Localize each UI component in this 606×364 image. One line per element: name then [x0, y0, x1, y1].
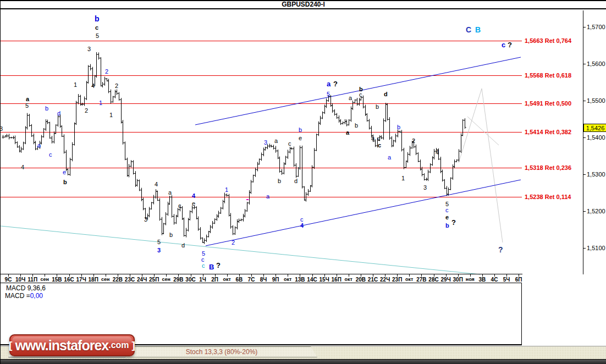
current-price-tag: 1,5426: [583, 124, 606, 132]
wave-label: 4: [155, 181, 158, 187]
time-axis-label: 25П: [149, 277, 159, 283]
wave-label: 5: [25, 103, 29, 109]
time-axis-label: 22В: [113, 277, 123, 283]
wave-label: a: [168, 190, 172, 196]
wave-label: e: [192, 201, 195, 207]
macd-value: 0,00: [30, 292, 43, 300]
wave-label: 1: [99, 100, 102, 106]
wave-label: c: [378, 142, 381, 148]
chart-window: GBPUSD240-I 1,5663 Ret 0,7641,5568 Ret 0…: [0, 0, 606, 364]
time-axis-label: окт: [284, 277, 291, 282]
wave-label: d: [294, 178, 298, 184]
wave-label: c: [502, 42, 505, 48]
time-axis-label: 24Ч: [137, 277, 147, 283]
logo-domain-text: www.instaforex: [15, 338, 108, 354]
wave-label: 2: [412, 138, 415, 144]
gray-projection-line: [467, 117, 499, 145]
time-axis-label: 16С: [64, 277, 74, 283]
macd-value-prefix: MACD =: [5, 292, 30, 300]
wave-label: b: [95, 16, 100, 22]
cyan-trendline: [1, 226, 480, 274]
wave-label: ?: [451, 219, 456, 225]
time-axis-label: 29Ч: [441, 277, 451, 283]
wave-label: c: [377, 136, 381, 142]
wave-label: d: [181, 242, 185, 249]
wave-label: a: [388, 155, 391, 161]
wave-label: 3: [157, 247, 161, 253]
wave-label: 2: [85, 108, 88, 114]
wave-label: С: [466, 27, 471, 33]
current-price-value: 1,5426: [586, 125, 605, 131]
time-axis-label: 17Ч: [76, 277, 86, 283]
time-axis-label: 14С: [307, 277, 317, 283]
wave-label: d: [384, 91, 388, 97]
time-axis-label: 2П: [211, 277, 218, 283]
wave-label: d: [57, 111, 60, 117]
upper-channel-trendline: [195, 57, 521, 125]
time-axis-label: 6В: [235, 277, 243, 283]
wave-label: ?: [333, 81, 338, 87]
time-axis-label: сен: [41, 277, 49, 282]
time-axis-label: 7С: [248, 277, 255, 283]
wave-label: 4: [192, 193, 195, 199]
wave-label: a: [37, 142, 41, 148]
tab-stoch[interactable]: Stoch 13,3,3 (80%-20%): [126, 346, 317, 357]
wave-label: 3: [264, 140, 267, 146]
wave-label: B: [209, 264, 214, 270]
wave-label: c: [49, 152, 52, 158]
price-axis-label: 1,5300: [587, 171, 605, 178]
price-axis-tick: [583, 211, 586, 212]
wave-label: 2: [115, 83, 118, 89]
time-axis-label: 28С: [428, 277, 438, 283]
wave-label: a: [327, 81, 330, 87]
macd-value-label: MACD =0,00: [5, 292, 43, 300]
wave-label: b: [63, 179, 67, 185]
macd-indicator-label: MACD 9,36,6: [6, 284, 46, 292]
time-axis-label: сен: [162, 277, 170, 282]
price-bars: [2, 52, 466, 244]
time-axis-label: 5Ч: [503, 277, 510, 283]
wave-label: 1: [401, 175, 405, 181]
wave-label: b: [299, 127, 302, 133]
price-axis-tick: [583, 101, 586, 101]
time-axis-label: 4С: [491, 277, 498, 283]
wave-label: ?: [216, 262, 221, 268]
price-axis-label: 1,5600: [587, 60, 605, 67]
wave-label: b: [45, 106, 48, 112]
gray-projection-zigzag: [459, 89, 503, 242]
wave-label: c: [95, 25, 98, 31]
instaforex-logo[interactable]: [ www.instaforex .com ]: [9, 334, 135, 356]
wave-label: 5: [327, 91, 330, 97]
wave-label: c: [359, 92, 362, 98]
wave-label: a: [26, 96, 29, 102]
time-axis-label: 16П: [332, 277, 341, 283]
logo-bracket-right: ]: [132, 339, 135, 351]
time-axis-label: 1Ч: [199, 277, 206, 283]
status-strip: [1, 359, 606, 364]
time-axis-label: 9С: [5, 277, 12, 283]
wave-label: b: [169, 232, 173, 238]
wave-label: 3: [144, 217, 147, 223]
time-axis-label: ноя: [466, 277, 475, 282]
wave-label: a: [274, 138, 278, 144]
wave-label: 4: [300, 223, 304, 229]
wave-label: 1: [109, 112, 113, 118]
wave-label: 5: [157, 239, 161, 245]
logo-bracket-left: [: [9, 339, 12, 351]
wave-label: e: [63, 169, 66, 175]
wave-label: a: [349, 95, 352, 101]
time-axis-label: 15В: [52, 277, 62, 283]
wave-label: b: [445, 223, 449, 229]
wave-label: 2: [105, 69, 108, 75]
wave-label: В: [475, 27, 481, 33]
time-axis-line: [1, 274, 522, 274]
lower-channel-trendline: [206, 180, 521, 246]
time-axis-label: 20В: [356, 277, 366, 283]
price-axis-label: 1,5700: [587, 24, 605, 30]
price-axis-label: 1,5100: [587, 245, 605, 251]
time-axis-label: 23П: [392, 277, 402, 283]
time-axis-label: 8Ч: [260, 277, 267, 283]
time-axis-label: 21С: [368, 277, 378, 283]
price-axis-label: 1,5400: [587, 134, 605, 141]
wave-label: a: [371, 135, 374, 141]
